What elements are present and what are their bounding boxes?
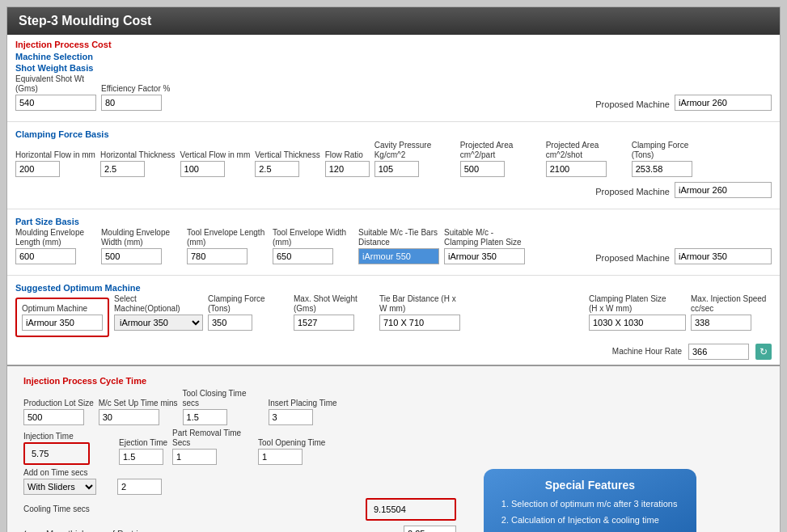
proposed-machine-label2: Proposed Machine [595,187,670,197]
proposed-machine-input2[interactable] [675,182,772,198]
cooling-time-input[interactable] [370,501,451,517]
vertical-thickness-input[interactable] [255,161,299,177]
horizontal-flow-input[interactable] [15,161,60,177]
clamping-force-tons-label: Clamping Force (Tons) [208,294,289,314]
special-feature-1: Selection of optimum m/c after 3 iterati… [511,496,683,513]
injection-time-label: Injection Time [23,432,90,441]
var-value-t[interactable] [404,526,456,532]
mould-env-width-input[interactable] [101,248,162,264]
variables-table: t Max. thickness of Part in cms a Therma… [23,526,456,532]
cooling-time-label: Cooling Time secs [23,505,96,514]
refresh-button[interactable]: ↻ [755,344,772,360]
cooling-time-box [366,498,456,521]
part-removal-input[interactable] [172,449,217,465]
tool-closing-label: Tool Closing Time secs [183,389,264,408]
max-shot-weight-label: Max. Shot Weight (Gms) [294,294,374,314]
injection-time-box [23,442,90,465]
equivalent-shot-label: Equivalent Shot Wt (Gms) [15,74,96,94]
production-lot-label: Production Lot Size [23,399,94,408]
special-feature-3: Option to choose m/c in ref. to optimum … [511,529,683,532]
special-features-title: Special Features [497,479,683,492]
special-feature-2: Calculation of Injection & cooling time [511,513,683,529]
cavity-pressure-input[interactable] [374,161,419,177]
mould-env-width-label: Moulding Envelope Width (mm) [101,228,182,247]
cavity-pressure-label: Cavity Pressure Kg/cm^2 [374,141,455,160]
cycle-time-title: Injection Process Cycle Time [23,376,456,386]
proposed-machine-label3: Proposed Machine [595,253,670,264]
ejection-time-label: Ejection Time [119,438,167,448]
insert-placing-input[interactable] [269,409,313,425]
tie-bar-distance-input[interactable] [379,315,460,331]
vertical-thickness-label: Vertical Thickness [255,150,319,160]
horizontal-flow-label: Horizontal Flow in mm [15,150,95,160]
shot-weight-basis-title: Shot Weight Basis [15,63,772,73]
add-on-time-label: Add on Time secs [23,468,96,478]
max-injection-speed-input[interactable] [691,315,751,331]
projected-area-part-input[interactable] [460,161,505,177]
suitable-tie-bar-input[interactable] [358,248,439,264]
suitable-clamping-input[interactable] [444,248,525,264]
mould-env-length-label: Moulding Envelope Length (mm) [15,228,96,247]
optimum-machine-input[interactable] [22,315,103,331]
clamping-force-tons-input[interactable] [208,315,252,331]
vertical-flow-label: Vertical Flow in mm [180,150,251,160]
mould-env-length-input[interactable] [15,248,76,264]
tie-bar-distance-label: Tie Bar Distance (H x W mm) [379,294,460,314]
special-features-panel: Special Features Selection of optimum m/… [484,469,696,532]
max-injection-speed-label: Max. Injection Speed cc/sec [691,294,772,314]
machine-hour-rate-input[interactable] [688,344,749,360]
page-title: Step-3 Moulding Cost [7,7,780,35]
efficiency-factor-input[interactable] [101,95,162,111]
vertical-flow-input[interactable] [180,161,225,177]
tool-env-length-label: Tool Envelope Length (mm) [187,228,268,247]
proposed-machine-input1[interactable] [675,95,772,111]
mc-setup-time-input[interactable] [99,409,159,425]
horizontal-thickness-label: Horizontal Thickness [100,150,176,160]
var-desc-t: Max. thickness of Part in cms [46,529,397,532]
clamping-platen-input[interactable] [589,315,686,331]
efficiency-factor-label: Efficiency Factor % [101,84,170,94]
flow-ratio-label: Flow Ratio [325,150,370,160]
add-on-value-input[interactable] [117,479,162,495]
tool-env-length-input[interactable] [187,248,248,264]
insert-placing-label: Insert Placing Time [269,399,337,408]
machine-selection-title: Machine Selection [15,52,772,61]
select-machine-dropdown[interactable]: iArmour 350 [114,315,203,331]
projected-area-shot-label: Projected Area cm^2/shot [546,141,627,160]
tool-env-width-input[interactable] [273,248,333,264]
part-removal-label: Part Removal Time Secs [172,429,253,448]
projected-area-part-label: Projected Area cm^2/part [460,141,541,160]
clamping-platen-label: Clamping Platen Size (H x W mm) [589,294,670,314]
var-row-t: t Max. thickness of Part in cms [23,526,456,532]
optimum-machine-box: Optimum Machine [15,298,109,337]
proposed-machine-input3[interactable] [675,248,772,264]
horizontal-thickness-input[interactable] [100,161,145,177]
machine-hour-rate-label: Machine Hour Rate [612,347,682,357]
clamping-force-basis-title: Clamping Force Basis [15,129,772,139]
suitable-tie-bar-label: Suitable M/c -Tie Bars Distance [358,228,439,247]
equivalent-shot-input[interactable] [15,95,96,111]
tool-opening-input[interactable] [258,449,303,465]
injection-time-input[interactable] [28,445,85,462]
proposed-machine-label1: Proposed Machine [595,99,670,110]
clamping-force-input[interactable] [632,161,692,177]
ejection-time-input[interactable] [119,449,163,465]
tool-opening-label: Tool Opening Time [258,438,325,448]
part-size-basis-title: Part Size Basis [15,217,772,226]
suggested-optimum-title: Suggested Optimum Machine [15,283,772,293]
projected-area-shot-input[interactable] [546,161,607,177]
production-lot-input[interactable] [23,409,84,425]
optimum-machine-label: Optimum Machine [22,304,103,314]
tool-env-width-label: Tool Envelope Width (mm) [273,228,353,247]
var-name-t: t [23,529,40,532]
add-on-time-select[interactable]: With Sliders [23,479,96,495]
special-features-list: Selection of optimum m/c after 3 iterati… [497,496,683,532]
clamping-force-label: Clamping Force (Tons) [632,141,713,160]
injection-process-cost-title: Injection Process Cost [15,40,772,49]
max-shot-weight-input[interactable] [294,315,354,331]
tool-closing-input[interactable] [183,409,227,425]
suitable-clamping-label: Suitable M/c -Clamping Platen Size [444,228,525,247]
flow-ratio-input[interactable] [325,161,370,177]
select-machine-label: Select Machine(Optional) [114,294,195,314]
mc-setup-time-label: M/c Set Up Time mins [99,399,178,408]
